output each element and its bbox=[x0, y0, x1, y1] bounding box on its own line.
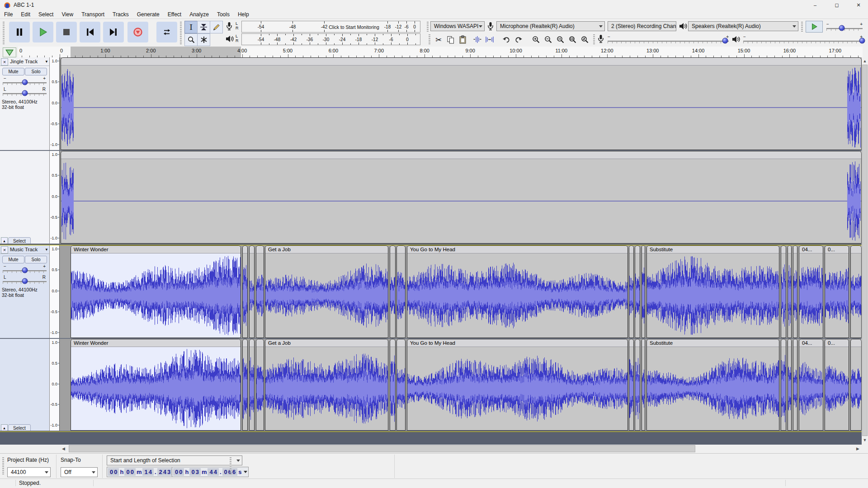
paste-button[interactable] bbox=[457, 33, 469, 46]
clip-title-bar[interactable]: 0... bbox=[825, 246, 849, 253]
audio-clip[interactable] bbox=[781, 339, 786, 431]
gain-slider[interactable]: −+ bbox=[3, 264, 47, 273]
record-meter-mic-icon[interactable] bbox=[226, 22, 232, 31]
clip-title-bar[interactable] bbox=[851, 339, 861, 347]
audio-clip[interactable] bbox=[850, 339, 862, 431]
clip-title-bar[interactable]: Substitute bbox=[647, 246, 779, 253]
multi-tool[interactable] bbox=[197, 33, 210, 46]
audio-clip[interactable] bbox=[249, 339, 255, 431]
clip-title-bar[interactable] bbox=[781, 246, 786, 253]
project-rate-combo[interactable]: 44100 bbox=[7, 467, 51, 477]
clip-title-bar[interactable]: You Go to My Head bbox=[407, 246, 627, 253]
undo-button[interactable] bbox=[500, 33, 513, 46]
play-at-speed-slider[interactable]: −+ bbox=[826, 23, 863, 32]
audio-clip[interactable] bbox=[396, 245, 406, 338]
timeline-ruler[interactable]: 001:002:003:004:005:006:007:008:009:0010… bbox=[18, 47, 863, 57]
audio-clip-0-[interactable]: 0... bbox=[825, 339, 849, 431]
audio-clip-0-[interactable]: 0... bbox=[825, 245, 849, 338]
zoom-toggle-button[interactable] bbox=[579, 33, 591, 46]
clip-title-bar[interactable]: 04... bbox=[799, 246, 823, 253]
clip-title-bar[interactable]: 0... bbox=[825, 339, 849, 347]
audio-clip-winter-wonder[interactable]: Winter Wonder bbox=[71, 245, 241, 338]
toolbar-grip[interactable] bbox=[2, 457, 4, 475]
clip-title-bar[interactable] bbox=[390, 246, 395, 253]
audio-clip[interactable] bbox=[629, 339, 634, 431]
slider-thumb[interactable] bbox=[22, 90, 28, 96]
clip-title-bar[interactable] bbox=[629, 246, 633, 253]
clip-title-bar[interactable] bbox=[635, 339, 640, 347]
audio-host-combo[interactable]: Windows WASAPI bbox=[430, 21, 485, 31]
menu-help[interactable]: Help bbox=[234, 10, 253, 19]
audio-clip-04-[interactable]: 04... bbox=[799, 245, 823, 338]
redo-button[interactable] bbox=[512, 33, 525, 46]
clip-title-bar[interactable] bbox=[788, 339, 791, 347]
menu-effect[interactable]: Effect bbox=[164, 10, 185, 19]
clip-title-bar[interactable]: You Go to My Head bbox=[407, 339, 627, 347]
playback-meter[interactable]: -54-48-42-36-30-24-18-12-60 bbox=[241, 33, 420, 45]
gain-slider[interactable]: −+ bbox=[3, 76, 47, 85]
track-title-menu[interactable]: Music Track▼ bbox=[9, 246, 48, 253]
audio-clip[interactable] bbox=[242, 339, 248, 431]
monitor-text[interactable]: Click to Start Monitoring bbox=[329, 24, 379, 30]
audio-clip-04-[interactable]: 04... bbox=[799, 339, 823, 431]
menu-tracks[interactable]: Tracks bbox=[108, 10, 133, 19]
solo-button[interactable]: Solo bbox=[25, 256, 47, 263]
audio-clip[interactable] bbox=[850, 245, 862, 338]
audio-clip[interactable] bbox=[635, 339, 640, 431]
recording-volume-slider[interactable]: −+ bbox=[608, 35, 729, 44]
menu-view[interactable]: View bbox=[57, 10, 77, 19]
clip-title-bar[interactable] bbox=[397, 339, 405, 347]
slider-thumb[interactable] bbox=[722, 38, 728, 44]
clip-title-bar[interactable] bbox=[250, 246, 254, 253]
dropdown-arrow-icon[interactable] bbox=[244, 471, 247, 473]
slider-thumb[interactable] bbox=[22, 80, 28, 85]
playback-device-combo[interactable]: Speakers (Realtek(R) Audio) bbox=[688, 21, 798, 31]
selection-tool[interactable]: I bbox=[184, 21, 198, 33]
recording-device-combo[interactable]: Microphone (Realtek(R) Audio) bbox=[496, 21, 605, 31]
clip-title-bar[interactable] bbox=[61, 58, 861, 66]
audio-clip-substitute[interactable]: Substitute bbox=[646, 339, 779, 431]
audio-clip-get-a-job[interactable]: Get a Job bbox=[265, 339, 388, 431]
clip-title-bar[interactable] bbox=[256, 339, 264, 347]
menu-analyze[interactable]: Analyze bbox=[185, 10, 213, 19]
scroll-up-arrow[interactable]: ▲ bbox=[862, 57, 868, 64]
audio-clip[interactable] bbox=[390, 339, 396, 431]
audio-clip-winter-wonder[interactable]: Winter Wonder bbox=[71, 339, 241, 431]
silence-audio-button[interactable] bbox=[483, 33, 496, 46]
selection-mode-combo[interactable]: Start and Length of Selection bbox=[107, 455, 242, 465]
clip-title-bar[interactable] bbox=[642, 339, 645, 347]
clip-title-bar[interactable] bbox=[788, 246, 791, 253]
zoom-to-selection-button[interactable] bbox=[554, 33, 567, 46]
clip-title-bar[interactable]: 04... bbox=[799, 339, 823, 347]
selection-length-field[interactable]: 00h03m44.066s bbox=[172, 467, 249, 477]
cut-button[interactable]: ✂ bbox=[432, 33, 445, 46]
audio-clip-get-a-job[interactable]: Get a Job bbox=[265, 245, 388, 338]
audio-clip[interactable] bbox=[242, 245, 248, 338]
mute-button[interactable]: Mute bbox=[2, 68, 24, 75]
clip-title-bar[interactable] bbox=[243, 339, 247, 347]
mute-button[interactable]: Mute bbox=[2, 256, 24, 263]
pan-slider[interactable]: LR bbox=[3, 275, 47, 284]
zoom-in-button[interactable] bbox=[530, 33, 542, 46]
fit-project-button[interactable] bbox=[566, 33, 579, 46]
scroll-right-arrow[interactable]: ▶ bbox=[854, 445, 862, 453]
scroll-left-arrow[interactable]: ◀ bbox=[60, 445, 67, 453]
audio-clip[interactable] bbox=[635, 245, 640, 338]
clip-title-bar[interactable]: Winter Wonder bbox=[71, 246, 241, 253]
audio-clip[interactable] bbox=[249, 245, 255, 338]
audio-clip-substitute[interactable]: Substitute bbox=[646, 245, 779, 338]
track-title-menu[interactable]: Jingle Track▼ bbox=[9, 58, 48, 65]
audio-clip[interactable] bbox=[256, 245, 264, 338]
maximize-button[interactable]: ◻ bbox=[829, 0, 844, 10]
slider-thumb[interactable] bbox=[22, 278, 28, 284]
skip-to-end-button[interactable] bbox=[103, 22, 124, 42]
clip-title-bar[interactable]: Get a Job bbox=[265, 339, 388, 347]
clip-title-bar[interactable] bbox=[635, 246, 640, 253]
clip-title-bar[interactable] bbox=[629, 339, 633, 347]
toolbar-grip[interactable] bbox=[180, 22, 182, 44]
clip-title-bar[interactable]: Substitute bbox=[647, 339, 779, 347]
audio-clip-you-go-to-my-head[interactable]: You Go to My Head bbox=[407, 245, 628, 338]
audio-clip[interactable] bbox=[781, 245, 786, 338]
audio-clip[interactable] bbox=[396, 339, 406, 431]
menu-edit[interactable]: Edit bbox=[17, 10, 34, 19]
